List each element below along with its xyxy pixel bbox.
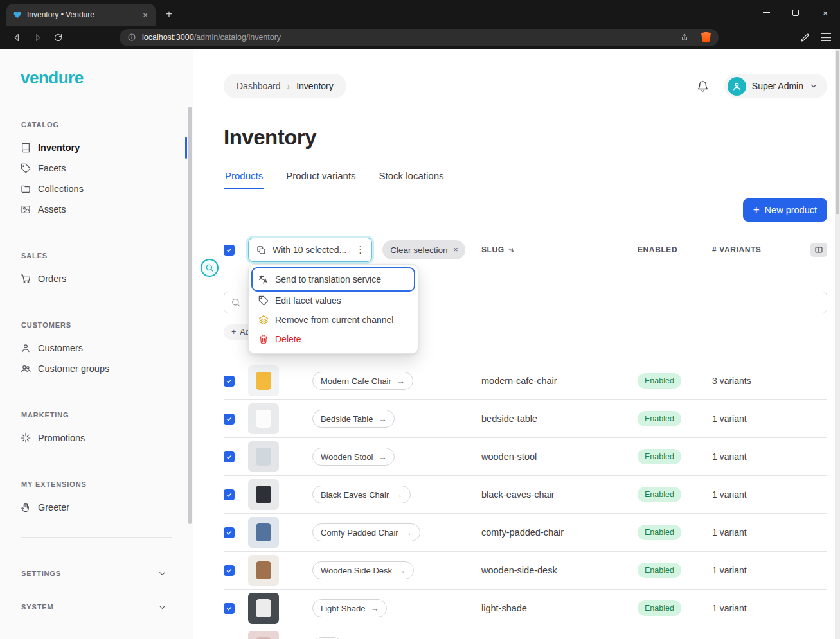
browser-window: Inventory • Vendure × + × localhost:3000…: [0, 0, 840, 639]
window-maximize-button[interactable]: [781, 0, 810, 26]
product-image[interactable]: [248, 365, 279, 396]
chevron-down-icon: [809, 82, 818, 91]
table-row: Wooden Stool→wooden-stoolEnabled1 varian…: [224, 437, 827, 475]
column-settings-button[interactable]: [810, 243, 827, 257]
page-scrollbar[interactable]: [835, 49, 840, 639]
brave-shield-icon[interactable]: [701, 32, 711, 43]
select-all-checkbox[interactable]: [224, 245, 235, 256]
clear-selection-button[interactable]: Clear selection ×: [382, 240, 465, 259]
browser-tab[interactable]: Inventory • Vendure ×: [6, 4, 156, 26]
product-image[interactable]: [248, 593, 279, 624]
new-tab-button[interactable]: +: [166, 8, 172, 21]
row-checkbox[interactable]: [224, 603, 235, 614]
product-name-link[interactable]: Wooden Stool→: [312, 448, 395, 466]
tag-icon: [21, 163, 31, 173]
sidebar-scrollbar[interactable]: [188, 107, 192, 524]
share-icon[interactable]: [680, 33, 689, 42]
column-header-variants: # VARIANTS: [712, 245, 801, 254]
page-title: Inventory: [224, 125, 827, 150]
product-name-link[interactable]: Black Eaves Chair→: [312, 486, 411, 503]
image-icon: [21, 204, 31, 214]
variant-count: 1 variant: [712, 603, 801, 613]
product-name-link[interactable]: Light Shade→: [312, 599, 387, 617]
sidebar-item-label: Inventory: [38, 143, 80, 153]
column-header-slug[interactable]: SLUG: [481, 245, 638, 254]
sidebar-item-customer-groups[interactable]: Customer groups: [0, 358, 193, 379]
new-product-button[interactable]: + New product: [743, 198, 827, 222]
notifications-button[interactable]: [691, 74, 715, 98]
minimize-icon: [763, 12, 770, 13]
variant-count: 1 variant: [712, 414, 801, 424]
row-checkbox[interactable]: [224, 489, 235, 500]
reload-button[interactable]: [50, 30, 66, 45]
check-icon: [226, 567, 233, 574]
menu-item-delete[interactable]: Delete: [253, 329, 413, 349]
product-slug: comfy-padded-chair: [481, 527, 638, 538]
tab-products[interactable]: Products: [224, 165, 264, 189]
bulk-actions-button[interactable]: With 10 selected... ⋮: [248, 238, 372, 262]
window-minimize-button[interactable]: [751, 0, 781, 26]
search-bubble-icon[interactable]: [201, 259, 219, 277]
user-icon: [732, 82, 742, 91]
breadcrumb-inventory: Inventory: [296, 81, 334, 91]
row-checkbox[interactable]: [224, 527, 235, 538]
product-image[interactable]: [248, 631, 279, 639]
sidebar-item-customers[interactable]: Customers: [0, 338, 193, 358]
row-checkbox[interactable]: [224, 451, 235, 462]
pencil-icon[interactable]: [800, 32, 810, 43]
product-image[interactable]: [248, 479, 279, 510]
status-badge: Enabled: [638, 563, 681, 578]
sidebar: vendure CATALOGInventoryFacetsCollection…: [0, 49, 193, 639]
product-name-link[interactable]: Modern Cafe Chair→: [312, 372, 413, 390]
variant-count: 1 variant: [712, 489, 801, 500]
product-image[interactable]: [248, 517, 279, 548]
sidebar-item-assets[interactable]: Assets: [0, 199, 193, 220]
bell-icon: [697, 80, 709, 92]
arrow-right-icon: →: [370, 604, 379, 613]
status-badge: Enabled: [638, 525, 681, 540]
product-image[interactable]: [248, 441, 279, 472]
sidebar-item-facets[interactable]: Facets: [0, 158, 193, 179]
site-info-icon[interactable]: [127, 33, 136, 42]
sidebar-item-promotions[interactable]: Promotions: [0, 428, 193, 448]
row-checkbox[interactable]: [224, 376, 235, 387]
browser-menu-icon[interactable]: [821, 33, 831, 41]
product-slug: modern-cafe-chair: [481, 376, 638, 386]
window-close-button[interactable]: ×: [810, 0, 840, 26]
kebab-icon: ⋮: [353, 244, 365, 256]
check-icon: [226, 491, 233, 498]
tab-close-icon[interactable]: ×: [140, 10, 150, 20]
url-bar[interactable]: localhost:3000/admin/catalog/inventory: [120, 29, 719, 46]
menu-item-edit-facet-values[interactable]: Edit facet values: [253, 291, 413, 310]
sidebar-section-settings[interactable]: SETTINGS: [0, 559, 193, 588]
sidebar-item-collections[interactable]: Collections: [0, 179, 193, 199]
sidebar-item-orders[interactable]: Orders: [0, 268, 193, 289]
user-menu[interactable]: Super Admin: [724, 74, 827, 98]
product-image[interactable]: [248, 555, 279, 586]
table-row: Modern Cafe Chair→modern-cafe-chairEnabl…: [224, 362, 827, 399]
sidebar-section-system[interactable]: SYSTEM: [0, 593, 193, 621]
sidebar-item-inventory[interactable]: Inventory: [0, 137, 193, 158]
breadcrumb-dashboard[interactable]: Dashboard: [237, 81, 281, 91]
row-checkbox[interactable]: [224, 565, 235, 576]
row-checkbox[interactable]: [224, 414, 235, 425]
menu-item-remove-from-current-channel[interactable]: Remove from current channel: [253, 310, 413, 329]
product-name-link[interactable]: Comfy Padded Chair→: [312, 523, 420, 541]
tab-stock-locations[interactable]: Stock locations: [378, 165, 445, 189]
sidebar-group: SALESOrders: [0, 252, 193, 289]
product-slug: black-eaves-chair: [481, 489, 638, 500]
product-name-link[interactable]: Wooden Side Desk→: [312, 561, 414, 579]
scrollbar-thumb[interactable]: [836, 51, 839, 214]
sidebar-item-greeter[interactable]: Greeter: [0, 497, 193, 518]
back-button[interactable]: [9, 30, 24, 45]
main-content: Dashboard › Inventory Super Admin: [193, 49, 840, 639]
sidebar-section-label: SALES: [21, 252, 193, 261]
tab-product-variants[interactable]: Product variants: [285, 165, 357, 189]
product-image[interactable]: [248, 403, 279, 434]
forward-button[interactable]: [30, 30, 45, 45]
product-name-link[interactable]: Bedside Table→: [312, 410, 395, 428]
menu-item-send-to-translation-service[interactable]: Send to translation service: [253, 269, 413, 290]
chevron-down-icon: [157, 602, 167, 612]
variant-count: 1 variant: [712, 527, 801, 538]
sidebar-divider: [21, 537, 172, 538]
